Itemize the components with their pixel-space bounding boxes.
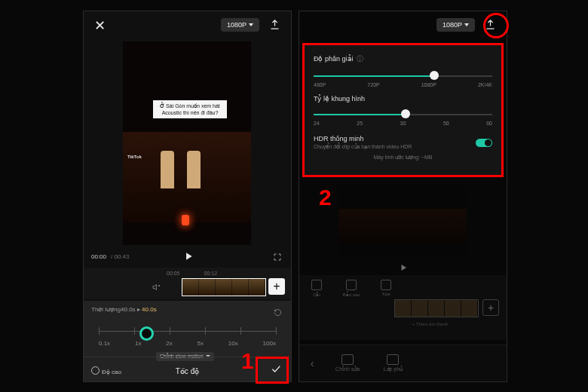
clip-thumbnails[interactable]: [182, 278, 266, 296]
video-preview[interactable]: Ở Sài Gòn muốn xem hát Acoustic thì nên …: [123, 41, 251, 245]
bottom-toolbar: ‹ Chỉnh sửa Lớp phủ: [299, 345, 507, 381]
speed-panel: Thời lượng40.0s ▸ 40.0s 0.1x1x2x5x10x100…: [84, 301, 291, 381]
play-icon[interactable]: [183, 251, 194, 265]
timeline[interactable]: 00:0500:12 +: [84, 268, 291, 299]
timeline-dimmed: Cắt Bản sao Xóa + + Thêm âm thanh: [299, 275, 507, 340]
top-bar: 1080P: [299, 11, 507, 40]
framerate-slider[interactable]: [314, 107, 492, 122]
speed-knob[interactable]: [139, 326, 154, 341]
tab-overlay[interactable]: Lớp phủ: [370, 354, 415, 372]
tab-edit[interactable]: Chỉnh sửa: [325, 354, 370, 372]
video-caption-overlay: Ở Sài Gòn muốn xem hát Acoustic thì nên …: [153, 100, 227, 118]
panel-title: Tốc độ: [84, 367, 291, 375]
editor-screen-left: ✕ 1080P Ở Sài Gòn muốn xem hát Acoustic …: [83, 11, 292, 382]
hdr-description: Chuyển đổi clip của bạn thành video HDR: [314, 144, 412, 150]
framerate-knob[interactable]: [401, 109, 410, 118]
speed-slider[interactable]: [99, 325, 276, 338]
hdr-label: HDR thông minh: [314, 135, 412, 142]
close-icon[interactable]: ✕: [94, 19, 106, 32]
size-estimate: Máy tính ước lượng: ~MB: [314, 155, 492, 161]
export-icon[interactable]: [269, 19, 280, 30]
mute-icon[interactable]: [152, 281, 161, 295]
tiktok-watermark: TikTok: [127, 155, 142, 159]
preview-figure: [161, 151, 174, 188]
resolution-knob[interactable]: [430, 71, 439, 80]
time-current: 00:00: [91, 253, 106, 260]
timeline-ticks: 00:0500:12: [167, 271, 241, 276]
fullscreen-icon[interactable]: [273, 251, 282, 265]
add-clip-button[interactable]: +: [482, 299, 499, 316]
tool-copy[interactable]: Bản sao: [340, 280, 363, 297]
add-clip-button[interactable]: +: [268, 278, 285, 295]
reset-icon[interactable]: [274, 306, 282, 320]
duration-readout: Thời lượng40.0s ▸ 40.0s: [91, 306, 157, 313]
resolution-slider[interactable]: [314, 69, 492, 84]
back-icon[interactable]: ‹: [299, 357, 325, 369]
speed-footer: Độ cao Tốc độ: [84, 357, 291, 381]
add-audio-hint[interactable]: + Thêm âm thanh: [412, 322, 448, 326]
confirm-icon[interactable]: [270, 363, 282, 378]
hdr-toggle[interactable]: [476, 139, 492, 147]
speed-marks: 0.1x1x2x5x10x100x: [99, 340, 276, 347]
resolution-label: Độ phân giải ⓘ: [314, 54, 492, 64]
resolution-dropdown[interactable]: 1080P: [436, 18, 475, 32]
time-duration: / 00:43: [111, 253, 129, 260]
resolution-dropdown[interactable]: 1080P: [221, 18, 259, 32]
framerate-marks: 2425305060: [314, 121, 492, 126]
tool-delete[interactable]: Xóa: [375, 280, 397, 297]
top-bar: ✕ 1080P: [84, 11, 291, 40]
tool-cut[interactable]: Cắt: [305, 280, 328, 297]
editor-screen-right: 1080P Độ phân giải ⓘ 480P720P1080P2K/4K …: [299, 11, 507, 382]
clip-thumbnails[interactable]: [394, 299, 479, 317]
resolution-marks: 480P720P1080P2K/4K: [314, 82, 492, 87]
export-icon[interactable]: [485, 19, 496, 30]
video-preview-dimmed: [338, 186, 467, 257]
preview-light: [182, 215, 189, 225]
clip-tools: Cắt Bản sao Xóa: [305, 280, 397, 297]
framerate-label: Tỷ lệ khung hình: [314, 95, 492, 103]
play-icon[interactable]: [399, 262, 408, 275]
export-settings-sheet: Độ phân giải ⓘ 480P720P1080P2K/4K Tỷ lệ …: [302, 43, 504, 177]
preview-figure: [187, 151, 201, 188]
